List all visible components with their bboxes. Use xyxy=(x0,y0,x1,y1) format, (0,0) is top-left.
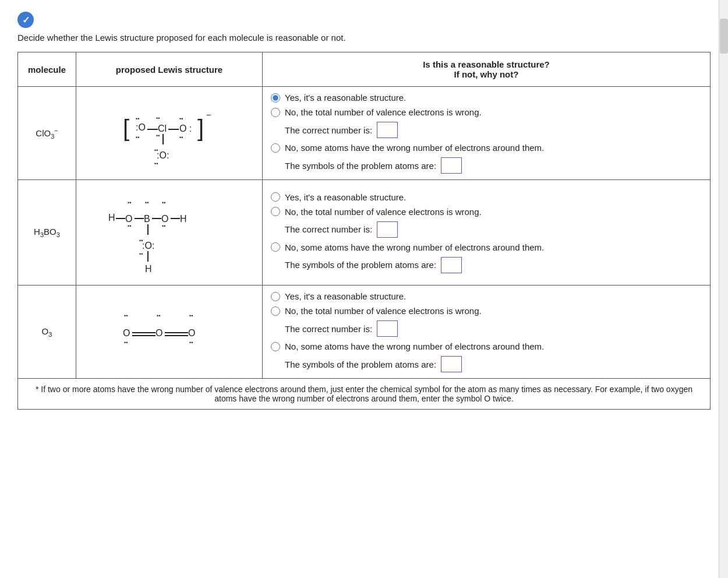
radio-h3bo3-no1[interactable] xyxy=(271,207,280,216)
svg-text:••: •• xyxy=(128,200,131,206)
radio-o3-no1[interactable] xyxy=(271,306,280,316)
svg-text:O :: O : xyxy=(179,124,192,133)
radio-o3-yes[interactable] xyxy=(271,292,280,301)
radio-clo3-no2[interactable] xyxy=(271,143,280,153)
svg-text:••: •• xyxy=(189,313,193,319)
svg-text:]: ] xyxy=(197,115,204,141)
table-row-o3: O3 •• O •• •• O xyxy=(18,286,711,379)
svg-text:O: O xyxy=(123,328,130,338)
svg-text:[: [ xyxy=(123,115,129,141)
problem-atoms-label-h3bo3: The symbols of the problem atoms are: xyxy=(285,260,436,270)
col-header-question: Is this a reasonable structure?If not, w… xyxy=(263,52,711,87)
radio-h3bo3-no2[interactable] xyxy=(271,242,280,252)
label-h3bo3-yes[interactable]: Yes, it's a reasonable structure. xyxy=(285,192,406,202)
radio-clo3-yes[interactable] xyxy=(271,93,280,103)
problem-atoms-input-h3bo3[interactable] xyxy=(441,257,462,273)
correct-number-input-h3bo3[interactable] xyxy=(377,221,398,238)
svg-text:••: •• xyxy=(179,116,183,122)
svg-text:••: •• xyxy=(156,115,160,121)
svg-text:••: •• xyxy=(154,161,158,167)
svg-text:••: •• xyxy=(145,200,149,206)
scrollbar[interactable] xyxy=(719,0,728,421)
label-h3bo3-no2[interactable]: No, some atoms have the wrong number of … xyxy=(285,242,544,252)
svg-text:••: •• xyxy=(124,340,128,346)
label-clo3-no1[interactable]: No, the total number of valence electron… xyxy=(285,107,482,117)
correct-number-input-clo3[interactable] xyxy=(377,122,398,138)
svg-text:O: O xyxy=(161,214,168,224)
radio-h3bo3-yes[interactable] xyxy=(271,192,280,202)
svg-text:O: O xyxy=(156,328,162,338)
correct-number-input-o3[interactable] xyxy=(377,320,398,337)
svg-text::O: :O xyxy=(136,122,146,132)
svg-text:••: •• xyxy=(136,135,139,140)
instruction-text: Decide whether the Lewis structure propo… xyxy=(17,33,711,43)
question-clo3: Yes, it's a reasonable structure. No, th… xyxy=(263,87,711,180)
correct-number-label-o3: The correct number is: xyxy=(285,324,372,334)
problem-atoms-label-clo3: The symbols of the problem atoms are: xyxy=(285,161,436,171)
svg-text:••: •• xyxy=(162,223,165,229)
label-o3-no2[interactable]: No, some atoms have the wrong number of … xyxy=(285,341,544,351)
svg-text:O: O xyxy=(188,328,195,338)
svg-text:••: •• xyxy=(189,340,193,346)
svg-text:••: •• xyxy=(179,135,183,140)
table-row-h3bo3: H3BO3 •• H O •• •• B xyxy=(18,180,711,286)
svg-text:H: H xyxy=(180,214,187,224)
label-o3-yes[interactable]: Yes, it's a reasonable structure. xyxy=(285,291,406,301)
problem-atoms-input-clo3[interactable] xyxy=(441,157,462,174)
svg-text:−: − xyxy=(206,110,211,119)
svg-text:H: H xyxy=(145,264,152,274)
label-h3bo3-no1[interactable]: No, the total number of valence electron… xyxy=(285,207,482,217)
check-badge: ✓ xyxy=(17,12,34,28)
label-clo3-yes[interactable]: Yes, it's a reasonable structure. xyxy=(285,93,406,103)
main-table: molecule proposed Lewis structure Is thi… xyxy=(17,52,711,410)
col-header-structure: proposed Lewis structure xyxy=(76,52,263,87)
correct-number-label-h3bo3: The correct number is: xyxy=(285,224,372,234)
svg-text:••: •• xyxy=(124,313,128,319)
structure-o3: •• O •• •• O •• xyxy=(76,286,263,379)
footer-note: * If two or more atoms have the wrong nu… xyxy=(18,379,711,410)
problem-atoms-input-o3[interactable] xyxy=(441,356,462,372)
molecule-label-clo3: ClO3− xyxy=(18,87,76,180)
label-o3-no1[interactable]: No, the total number of valence electron… xyxy=(285,306,482,316)
svg-text::O:: :O: xyxy=(157,150,169,160)
radio-o3-no2[interactable] xyxy=(271,342,280,351)
structure-h3bo3: •• H O •• •• B •• O • xyxy=(76,180,263,286)
svg-text:H: H xyxy=(108,213,115,223)
question-o3: Yes, it's a reasonable structure. No, th… xyxy=(263,286,711,379)
question-h3bo3: Yes, it's a reasonable structure. No, th… xyxy=(263,180,711,286)
structure-clo3: [ •• :O •• •• •• Cl •• xyxy=(76,87,263,180)
correct-number-label-clo3: The correct number is: xyxy=(285,125,372,135)
svg-text:••: •• xyxy=(139,251,143,257)
svg-text:••: •• xyxy=(136,116,139,122)
svg-text:B: B xyxy=(144,214,150,224)
svg-text:••: •• xyxy=(157,313,160,319)
col-header-molecule: molecule xyxy=(18,52,76,87)
radio-clo3-no1[interactable] xyxy=(271,108,280,117)
svg-text:••: •• xyxy=(156,133,160,139)
table-row-clo3: ClO3− [ •• :O •• •• •• xyxy=(18,87,711,180)
svg-text::O:: :O: xyxy=(142,241,154,251)
svg-text:••: •• xyxy=(162,200,165,206)
svg-text:Cl: Cl xyxy=(158,124,167,133)
svg-text:••: •• xyxy=(128,223,131,229)
molecule-label-o3: O3 xyxy=(18,286,76,379)
svg-text:O: O xyxy=(125,214,132,224)
problem-atoms-label-o3: The symbols of the problem atoms are: xyxy=(285,360,436,369)
scroll-thumb[interactable] xyxy=(720,19,728,54)
footer-row: * If two or more atoms have the wrong nu… xyxy=(18,379,711,410)
molecule-label-h3bo3: H3BO3 xyxy=(18,180,76,286)
label-clo3-no2[interactable]: No, some atoms have the wrong number of … xyxy=(285,143,544,153)
